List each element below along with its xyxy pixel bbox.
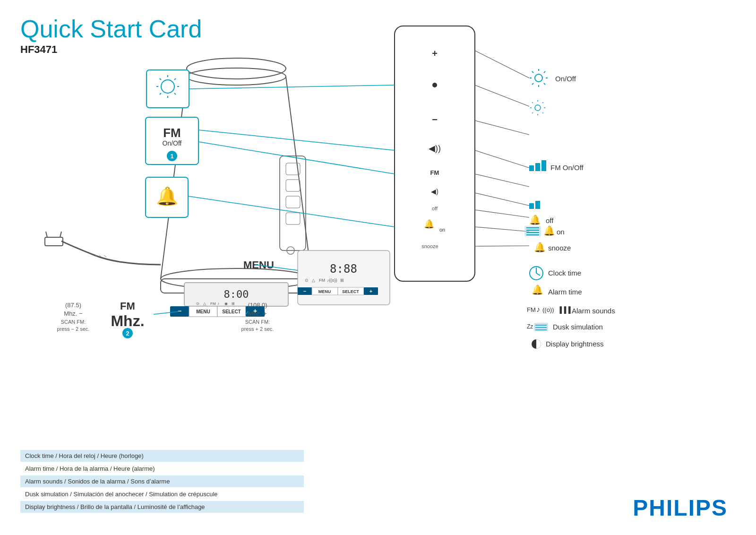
fm-bars-right: [529, 160, 546, 171]
display-icon-1: ⊙: [305, 278, 309, 283]
display-minus-text: −: [303, 288, 306, 294]
alarm-sounds-wave: ((o)): [542, 306, 554, 313]
alarm-off-icon: 🔔: [529, 214, 541, 225]
diagram-svg: 8:00 ⊙ △ FM ♪ ◉ ⊞ − MENU SELECT + + − ◀)…: [0, 0, 756, 425]
svg-rect-9: [286, 196, 300, 208]
callout-fm-number: 1: [170, 153, 173, 160]
mhz-right-unit: Mhz. +: [248, 310, 266, 317]
scan-right-label: SCAN FM:: [245, 319, 270, 325]
svg-line-83: [536, 273, 540, 276]
display-icon-4: ♪((o)): [327, 278, 337, 283]
control-panel-diagram: + − ◀)) FM ◀) off 🔔 on snooze: [395, 26, 475, 281]
alarm-time-label: Alarm time: [548, 288, 582, 296]
svg-line-50: [475, 193, 529, 206]
display-brightness-label: Display brightness: [546, 340, 604, 348]
alarm-sounds-prefix: FM: [527, 306, 536, 313]
svg-line-61: [544, 71, 545, 73]
mhz-left-value: (87.5): [65, 302, 81, 309]
svg-line-47: [475, 121, 529, 135]
sun-icon-small-right: [530, 100, 545, 115]
svg-line-59: [532, 71, 533, 73]
display-menu-text: MENU: [318, 289, 331, 294]
dusk-zz-label: Zz: [527, 323, 533, 330]
alarm-on-bell: 🔔: [543, 225, 555, 236]
info-row-3: Alarm sounds / Sonidos de la alarma / So…: [20, 475, 304, 487]
svg-rect-34: [395, 26, 475, 281]
svg-line-53: [475, 246, 529, 246]
svg-point-63: [535, 105, 541, 111]
dusk-simulation-label: Dusk simulation: [553, 323, 603, 331]
svg-rect-12: [45, 237, 63, 246]
line-fm-1: [198, 130, 395, 150]
svg-line-2: [286, 77, 312, 279]
info-row-1: Clock time / Hora del reloj / Heure (hor…: [20, 450, 304, 462]
display-icon-5: ⊞: [340, 278, 344, 283]
mhz-right-value: (108.0): [248, 302, 267, 309]
display-select-text: SELECT: [342, 289, 359, 294]
svg-text:on: on: [439, 227, 445, 233]
svg-text:snooze: snooze: [421, 243, 438, 249]
callout-fm-label: FM: [163, 126, 181, 140]
svg-point-54: [535, 74, 542, 82]
line-sun: [189, 85, 395, 89]
svg-line-13: [46, 232, 47, 237]
svg-text:MENU: MENU: [196, 309, 210, 314]
svg-line-71: [532, 112, 533, 113]
svg-line-45: [475, 51, 529, 78]
fm-mhz-label-text: FM: [120, 300, 135, 312]
svg-line-68: [532, 102, 533, 103]
sun-icon-right: [530, 69, 548, 87]
svg-rect-72: [529, 165, 534, 171]
callout-bell-icon: 🔔: [156, 185, 179, 207]
svg-text:◉: ◉: [224, 302, 228, 306]
svg-line-46: [475, 85, 529, 106]
svg-text:△: △: [203, 302, 206, 306]
display-icon-2: △: [312, 278, 315, 283]
mhz-left-unit: Mhz. −: [64, 310, 82, 317]
svg-rect-73: [535, 163, 540, 171]
svg-text:SELECT: SELECT: [222, 309, 241, 314]
svg-line-69: [542, 112, 543, 113]
info-row-2: Alarm time / Hora de la alarma / Heure (…: [20, 463, 304, 475]
scan-right-detail: press + 2 sec.: [241, 326, 274, 332]
info-section: Clock time / Hora del reloj / Heure (hor…: [20, 450, 304, 514]
alarm-sounds-bars: ▐▐▐: [558, 306, 571, 314]
svg-text:FM: FM: [210, 302, 216, 306]
fm-bars-small-right: [529, 201, 540, 209]
svg-text:−: −: [432, 114, 438, 125]
svg-rect-10: [286, 213, 300, 224]
svg-text:🔔: 🔔: [424, 219, 435, 229]
alarm-snooze-label: snooze: [548, 244, 571, 252]
callout-fm-mhz-number: 2: [126, 330, 129, 337]
info-row-4: Dusk simulation / Simulación del anochec…: [20, 488, 304, 500]
alarm-time-icon: 🔔: [532, 284, 543, 295]
scan-left-label: SCAN FM:: [61, 319, 86, 325]
svg-line-70: [542, 102, 543, 103]
svg-line-52: [475, 227, 529, 232]
svg-line-62: [532, 83, 533, 85]
svg-line-48: [475, 150, 529, 168]
svg-point-36: [432, 83, 437, 87]
alarm-on-icon: [524, 226, 541, 236]
svg-line-60: [544, 83, 545, 85]
fm-onoff-label: FM On/Off: [550, 164, 584, 172]
svg-rect-76: [535, 201, 540, 209]
svg-line-49: [475, 174, 529, 187]
info-row-5: Display brightness / Brillo de la pantal…: [20, 501, 304, 513]
svg-text:off: off: [432, 206, 438, 211]
svg-text:+: +: [432, 48, 438, 59]
svg-line-51: [475, 210, 529, 217]
scan-left-detail: press − 2 sec.: [57, 326, 90, 332]
svg-text:−: −: [178, 307, 181, 315]
svg-text:⊙: ⊙: [196, 302, 199, 306]
svg-text:◀)): ◀)): [429, 144, 441, 153]
display-digits: 8:88: [330, 262, 357, 276]
alarm-on-label: on: [557, 228, 565, 236]
svg-text:◀): ◀): [431, 188, 438, 195]
callout-fm-sub: On/Off: [163, 139, 182, 147]
svg-text:8:00: 8:00: [224, 288, 249, 300]
svg-text:FM: FM: [430, 169, 439, 176]
display-plus-text: +: [369, 288, 372, 294]
svg-point-0: [187, 68, 286, 85]
svg-text:♪: ♪: [217, 302, 219, 306]
